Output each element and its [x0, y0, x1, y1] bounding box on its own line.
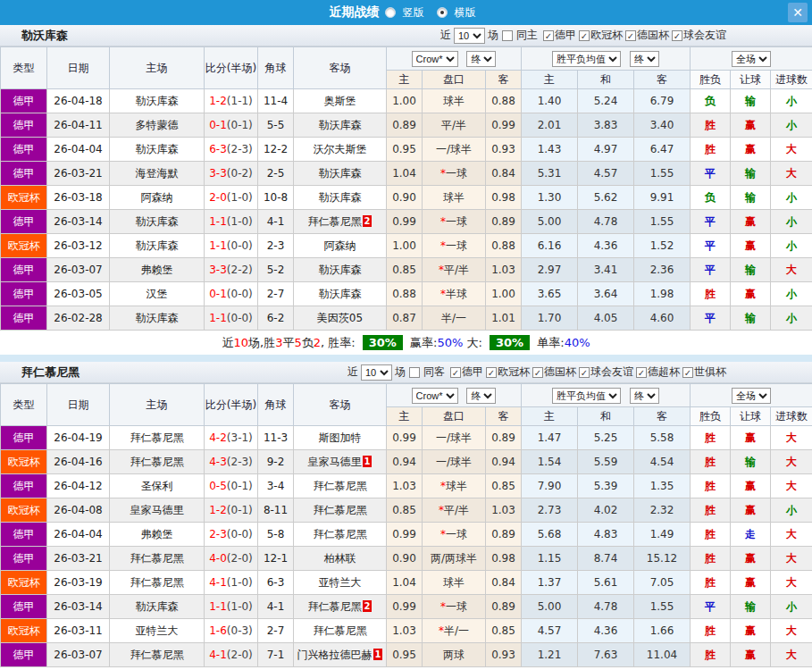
cell-handicap: *一球 [423, 210, 486, 234]
euro-time-select[interactable]: 终 [630, 51, 659, 67]
cell-handicap: 球半 [423, 186, 486, 210]
summary-segment: 5 [294, 336, 301, 349]
league-filter: ✓欧冠杯 [578, 28, 623, 43]
same-checkbox[interactable] [502, 30, 513, 41]
cell-handicap-result: 赢 [731, 113, 771, 138]
league-filter: ✓德甲 [542, 28, 576, 43]
cell-league-type: 德甲 [1, 162, 47, 186]
cell-home-team: 皇家马德里 [110, 498, 205, 523]
odds-time-select[interactable]: 终 [466, 388, 496, 404]
away-team-name: 拜仁慕尼黑 [314, 624, 367, 637]
rounds-select[interactable]: 10 [361, 364, 392, 381]
cell-league-type: 德甲 [1, 595, 47, 619]
cell-euro-draw: 5.61 [578, 571, 634, 595]
cell-result: 胜 [691, 643, 731, 667]
cell-home-team: 勒沃库森 [110, 89, 205, 113]
cell-euro-draw: 7.63 [578, 643, 634, 667]
cell-odds-home: 1.00 [387, 234, 423, 258]
cell-odds-away: 1.03 [486, 498, 522, 523]
cell-away-team: 皇家马德里1 [294, 450, 387, 474]
league-checkbox[interactable]: ✓ [532, 367, 543, 378]
layout-radio-vertical-label[interactable]: 竖版 [403, 5, 424, 21]
cell-odds-home: 0.90 [387, 547, 423, 571]
cell-corners: 5-5 [258, 113, 294, 138]
cell-away-team: 拜仁慕尼黑2 [294, 595, 387, 619]
league-checkbox[interactable]: ✓ [672, 30, 682, 41]
cell-score: 3-3(2-2) [205, 258, 258, 282]
cell-odds-home: 0.99 [387, 426, 423, 450]
cell-handicap-result: 输 [731, 186, 771, 210]
sub-header-euro-home: 主 [522, 407, 578, 426]
cell-handicap: *半/一 [423, 619, 486, 643]
cell-home-team: 拜仁慕尼黑 [110, 426, 205, 450]
cell-away-team: 亚特兰大 [294, 571, 387, 595]
scope-select[interactable]: 全场 [732, 51, 771, 67]
cell-result: 胜 [691, 113, 731, 138]
away-team-name: 斯图加特 [319, 431, 362, 444]
cell-home-team: 拜仁慕尼黑 [110, 643, 205, 667]
odds-time-select[interactable]: 终 [466, 51, 496, 67]
scope-select[interactable]: 全场 [732, 388, 771, 404]
euro-source-select[interactable]: 胜平负均值 [552, 388, 621, 404]
app-window: 近期战绩 竖版 横版 ✕ 勒沃库森 近 10 场 同主 ✓德甲✓欧冠杯✓德国杯✓… [0, 0, 812, 667]
cell-handicap-result: 输 [731, 89, 771, 113]
odds-company-select[interactable]: Crow* [412, 388, 458, 404]
summary-segment: 负 [302, 335, 314, 351]
cell-date: 26-04-19 [47, 426, 110, 450]
cell-odds-home: 1.00 [387, 89, 423, 113]
cell-score: 4-1(1-0) [205, 571, 258, 595]
league-label: 球会友谊 [683, 28, 726, 43]
handicap-star: * [439, 264, 444, 276]
league-checkbox[interactable]: ✓ [682, 367, 693, 378]
score-halftime: (0-1) [227, 119, 253, 131]
rounds-select[interactable]: 10 [454, 28, 485, 44]
cell-date: 26-04-04 [47, 523, 110, 547]
cell-date: 26-04-16 [47, 450, 110, 474]
cell-euro-draw: 3.83 [578, 113, 634, 138]
near-label: 近 [440, 28, 451, 43]
cell-odds-away: 0.89 [486, 595, 522, 619]
cell-euro-home: 5.68 [522, 523, 578, 547]
league-type-badge: 欧冠杯 [1, 498, 46, 522]
cell-league-type: 德甲 [1, 282, 47, 306]
layout-radio-horizontal[interactable] [437, 7, 448, 18]
sub-header-odds-home: 主 [387, 407, 423, 426]
cell-euro-away: 1.55 [634, 595, 691, 619]
sub-header-odds-away: 客 [486, 407, 522, 426]
euro-time-select[interactable]: 终 [630, 388, 659, 404]
summary-segment: 大: [463, 335, 486, 351]
odds-company-select[interactable]: Crow* [412, 51, 458, 67]
cell-home-team: 拜仁慕尼黑 [110, 547, 205, 571]
near-label: 近 [347, 364, 358, 380]
league-checkbox[interactable]: ✓ [636, 367, 647, 378]
layout-radio-vertical[interactable] [385, 7, 396, 18]
league-type-badge: 德甲 [1, 113, 46, 137]
summary-segment: 近 [222, 335, 233, 351]
handicap-star: * [440, 215, 446, 228]
league-checkbox[interactable]: ✓ [579, 30, 590, 41]
cell-date: 26-03-18 [47, 186, 110, 210]
cell-corners: 6-2 [258, 306, 294, 331]
odds-header-group: Crow* 终 [387, 47, 522, 71]
league-checkbox[interactable]: ✓ [450, 367, 461, 378]
cell-handicap: 两球 [423, 643, 486, 667]
summary-segment: 3 [275, 336, 282, 349]
league-type-badge: 欧冠杯 [1, 450, 46, 473]
league-checkbox[interactable]: ✓ [486, 367, 497, 378]
cell-euro-home: 1.47 [522, 426, 578, 450]
score-fulltime: 1-1 [209, 600, 227, 613]
league-checkbox[interactable]: ✓ [579, 367, 590, 378]
score-fulltime: 6-3 [209, 143, 227, 155]
cell-corners: 5-8 [258, 523, 294, 547]
league-checkbox[interactable]: ✓ [625, 30, 636, 41]
layout-radio-horizontal-label[interactable]: 横版 [455, 5, 476, 21]
league-checkbox[interactable]: ✓ [543, 30, 554, 41]
cell-away-team: 勒沃库森 [294, 113, 387, 138]
cell-result: 胜 [691, 138, 731, 162]
euro-source-select[interactable]: 胜平负均值 [552, 51, 621, 67]
cell-euro-home: 1.30 [522, 186, 578, 210]
score-fulltime: 0-1 [209, 119, 227, 131]
same-checkbox[interactable] [409, 367, 420, 378]
cell-euro-home: 7.90 [522, 474, 578, 498]
close-button[interactable]: ✕ [788, 3, 808, 22]
